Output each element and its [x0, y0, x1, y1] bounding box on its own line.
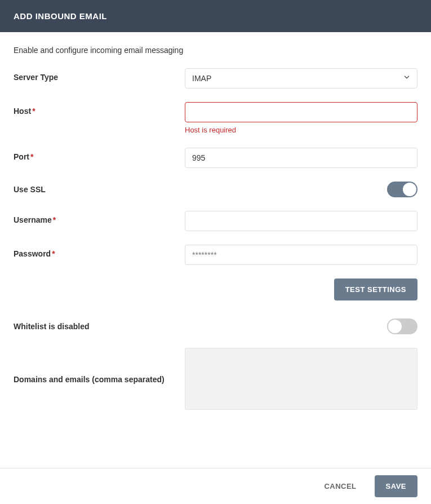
required-indicator: *: [32, 107, 35, 116]
required-indicator: *: [52, 249, 55, 258]
port-row: Port*: [14, 148, 417, 168]
domains-label: Domains and emails (comma separated): [14, 348, 185, 384]
dialog-header: ADD INBOUND EMAIL: [0, 0, 431, 32]
whitelist-row: Whitelist is disabled: [14, 319, 417, 334]
password-label: Password*: [14, 245, 185, 258]
toggle-knob: [388, 320, 402, 333]
port-input[interactable]: [185, 148, 417, 168]
dialog-title: ADD INBOUND EMAIL: [14, 11, 107, 21]
server-type-label: Server Type: [14, 68, 185, 82]
domains-row: Domains and emails (comma separated): [14, 348, 417, 412]
server-type-row: Server Type: [14, 68, 417, 89]
use-ssl-toggle[interactable]: [387, 182, 417, 197]
password-row: Password*: [14, 245, 417, 265]
dialog-content: Enable and configure incoming email mess…: [0, 32, 431, 439]
domains-textarea[interactable]: [185, 348, 417, 410]
username-row: Username*: [14, 211, 417, 231]
required-indicator: *: [53, 215, 56, 224]
host-row: Host* Host is required: [14, 102, 417, 134]
required-indicator: *: [30, 152, 33, 161]
use-ssl-label: Use SSL: [14, 185, 185, 194]
server-type-select[interactable]: [185, 68, 417, 89]
port-label: Port*: [14, 148, 185, 161]
host-error-message: Host is required: [185, 126, 417, 134]
test-settings-button[interactable]: TEST SETTINGS: [334, 278, 417, 300]
username-label: Username*: [14, 211, 185, 224]
cancel-button[interactable]: CANCEL: [313, 475, 367, 497]
password-input[interactable]: [185, 245, 417, 265]
host-label: Host*: [14, 102, 185, 116]
dialog-description: Enable and configure incoming email mess…: [14, 46, 417, 55]
save-button[interactable]: SAVE: [375, 475, 417, 497]
use-ssl-row: Use SSL: [14, 182, 417, 197]
username-input[interactable]: [185, 211, 417, 231]
test-settings-row: TEST SETTINGS: [14, 278, 417, 300]
dialog-footer: CANCEL SAVE: [0, 468, 431, 504]
whitelist-label: Whitelist is disabled: [14, 322, 185, 331]
host-input[interactable]: [185, 102, 417, 122]
toggle-knob: [403, 183, 416, 196]
whitelist-toggle[interactable]: [387, 319, 417, 334]
